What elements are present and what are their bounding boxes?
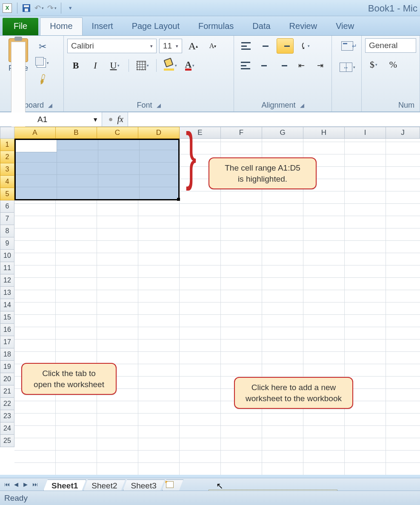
italic-button[interactable]: I [87,58,104,73]
new-sheet-tab[interactable] [162,479,183,491]
align-right-button[interactable] [275,58,291,73]
undo-button[interactable]: ↶▾ [33,2,45,14]
tab-review[interactable]: Review [280,18,327,35]
align-right-icon [278,62,287,69]
row-header[interactable]: 5 [0,188,14,200]
next-sheet-button[interactable]: ▶ [21,480,30,489]
group-label: Font [137,101,152,110]
chevron-down-icon: ▼ [92,116,98,123]
row-header[interactable]: 25 [0,435,14,447]
fill-handle[interactable] [177,198,180,201]
col-header[interactable]: F [221,127,262,139]
name-box[interactable]: A1 ▼ [0,112,102,126]
tab-insert[interactable]: Insert [83,18,123,35]
align-top-button[interactable] [237,38,254,54]
select-all-corner[interactable] [0,127,14,139]
row-header[interactable]: 8 [0,225,14,237]
currency-button[interactable]: $▾ [365,57,382,72]
cut-button[interactable]: ✂ [35,40,50,54]
tab-data[interactable]: Data [243,18,280,35]
save-button[interactable] [20,2,32,14]
row-header[interactable]: 2 [0,151,14,163]
col-header[interactable]: D [138,127,180,139]
row-header[interactable]: 6 [0,200,14,213]
row-header[interactable]: 3 [0,163,14,176]
underline-button[interactable]: U▾ [106,58,123,73]
app-icon: X [3,3,12,13]
row-header[interactable]: 21 [0,385,14,398]
row-header[interactable]: 23 [0,410,14,422]
dialog-launcher-icon[interactable]: ◢ [48,102,52,108]
orientation-button[interactable]: ⤹▾ [296,38,313,54]
col-header[interactable]: A [14,127,56,139]
bold-button[interactable]: B [67,58,84,73]
font-color-button[interactable]: A▾ [181,58,198,73]
row-header[interactable]: 12 [0,274,14,287]
group-alignment: ⤹▾ ⇤ ⇥ Alignment◢ [234,36,332,111]
row-header[interactable]: 16 [0,324,14,336]
row-header[interactable]: 20 [0,373,14,385]
row-header[interactable]: 17 [0,336,14,348]
merge-center-button[interactable]: ▾ [335,60,359,75]
row-header[interactable]: 19 [0,361,14,373]
row-header[interactable]: 15 [0,311,14,324]
row-header[interactable]: 13 [0,287,14,299]
worksheet-grid[interactable]: A B C D E F G H I J 1 2 3 4 5 6 7 8 9 10… [0,127,420,475]
dialog-launcher-icon[interactable]: ◢ [157,102,161,108]
dialog-launcher-icon[interactable]: ◢ [300,102,304,108]
align-left-button[interactable] [237,58,254,73]
grow-font-button[interactable]: A▴ [185,38,202,54]
col-header[interactable]: G [262,127,303,139]
column-headers: A B C D E F G H I J [14,127,420,139]
percent-button[interactable]: % [385,57,402,72]
formula-input[interactable] [128,112,420,126]
increase-indent-button[interactable]: ⇥ [312,58,328,73]
tab-page-layout[interactable]: Page Layout [123,18,189,35]
number-format-combo[interactable]: General [365,38,416,53]
row-header[interactable]: 10 [0,250,14,262]
row-header[interactable]: 4 [0,176,14,188]
align-bottom-button[interactable] [277,38,294,54]
col-header[interactable]: I [345,127,386,139]
col-header[interactable]: C [97,127,138,139]
align-middle-button[interactable] [257,38,274,54]
sheet-tab[interactable]: Sheet2 [83,479,125,491]
tab-home[interactable]: Home [40,17,82,35]
align-center-button[interactable] [256,58,272,73]
col-header[interactable]: H [303,127,345,139]
row-header[interactable]: 24 [0,422,14,435]
format-painter-button[interactable]: 🖌 [35,72,50,86]
first-sheet-button[interactable]: ⏮ [3,480,11,489]
sheet-tab[interactable]: Sheet1 [43,479,86,491]
prev-sheet-button[interactable]: ◀ [12,480,20,489]
decrease-indent-button[interactable]: ⇤ [293,58,309,73]
copy-button[interactable]: ▾ [35,56,50,70]
cancel-icon: ● [109,115,113,124]
borders-button[interactable]: ▾ [134,58,151,73]
row-header[interactable]: 22 [0,398,14,410]
tab-view[interactable]: View [326,18,363,35]
row-header[interactable]: 9 [0,237,14,250]
col-header[interactable]: B [56,127,97,139]
paste-button[interactable]: Paste ▾ [3,38,33,86]
group-clipboard: Paste ▾ ✂ ▾ 🖌 Clipboard◢ [0,36,64,111]
wrap-text-button[interactable] [335,38,359,54]
last-sheet-button[interactable]: ⏭ [31,480,39,489]
row-header[interactable]: 18 [0,348,14,361]
tab-formulas[interactable]: Formulas [189,18,243,35]
row-header[interactable]: 11 [0,262,14,274]
callout-tab: Click the tab to open the worksheet [21,363,117,395]
row-header[interactable]: 7 [0,213,14,225]
customize-qat-button[interactable]: ▾ [64,2,76,14]
row-header[interactable]: 1 [0,139,14,151]
col-header[interactable]: J [386,127,420,139]
font-size-combo[interactable]: 11▾ [159,39,182,53]
redo-button[interactable]: ↷▾ [46,2,58,14]
row-header[interactable]: 14 [0,299,14,311]
fill-color-button[interactable]: ▾ [162,58,179,73]
font-name-combo[interactable]: Calibri▾ [67,39,157,53]
sheet-tab[interactable]: Sheet3 [123,479,165,491]
file-tab[interactable]: File [3,18,38,35]
fx-button[interactable]: fx [117,114,123,124]
shrink-font-button[interactable]: A▾ [204,38,221,54]
